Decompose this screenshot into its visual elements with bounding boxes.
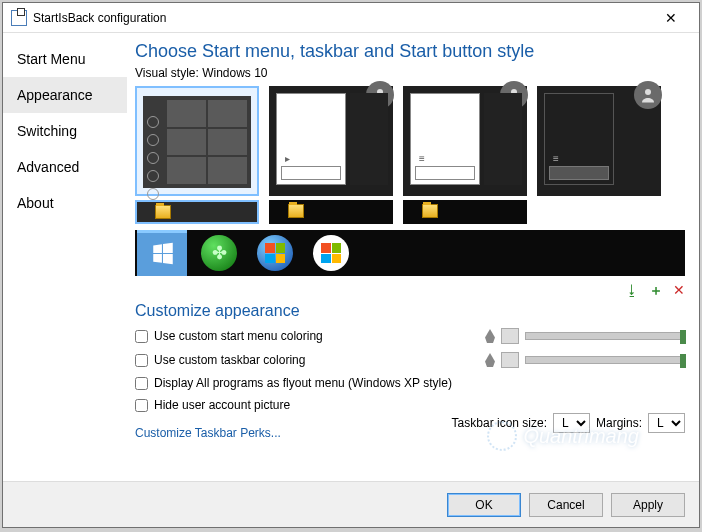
sidebar-item-switching[interactable]: Switching [3,113,127,149]
main-panel: Choose Start menu, taskbar and Start but… [127,33,699,481]
orb-colorful[interactable] [313,235,349,271]
orb-windows10[interactable] [145,235,181,271]
add-icon[interactable]: ＋ [649,282,663,300]
margins-label: Margins: [596,416,642,430]
eyedropper-icon[interactable] [485,329,495,343]
opacity-slider[interactable] [525,332,685,340]
style-thumb-windows10[interactable] [135,86,259,196]
sidebar-item-appearance[interactable]: Appearance [3,77,127,113]
checkbox-taskbar-color[interactable] [135,354,148,367]
taskbar-thumb-2[interactable] [269,200,393,224]
taskbar-icon-size-select[interactable]: L [553,413,590,433]
titlebar: StartIsBack configuration ✕ [3,3,699,33]
style-thumb-light1[interactable]: ▸ [269,86,393,196]
opt-taskbar-color: Use custom taskbar coloring [135,352,685,368]
taskbar-thumb-1[interactable] [135,200,259,224]
opt-start-menu-color: Use custom start menu coloring [135,328,685,344]
opt-flyout: Display All programs as flyout menu (Win… [135,376,685,390]
sidebar-item-advanced[interactable]: Advanced [3,149,127,185]
config-window: StartIsBack configuration ✕ Start Menu A… [2,2,700,528]
visual-style-label: Visual style: [135,66,199,80]
delete-icon[interactable]: ✕ [673,282,685,300]
folder-icon [422,204,438,218]
visual-style-row: Visual style: Windows 10 [135,66,685,80]
orb-clover[interactable]: ✤ [201,235,237,271]
sidebar: Start Menu Appearance Switching Advanced… [3,33,127,481]
app-icon [11,10,27,26]
eyedropper-icon[interactable] [485,353,495,367]
opt-hide-avatar: Hide user account picture [135,398,685,412]
close-button[interactable]: ✕ [651,10,691,26]
style-actions: ⭳ ＋ ✕ [135,282,685,300]
color-swatch[interactable] [501,328,519,344]
taskbar-thumb-3[interactable] [403,200,527,224]
footer: OK Cancel Apply [3,481,699,527]
opacity-slider[interactable] [525,356,685,364]
label-hide-avatar: Hide user account picture [154,398,290,412]
sidebar-item-startmenu[interactable]: Start Menu [3,41,127,77]
folder-icon [155,205,171,219]
label-taskbar-color: Use custom taskbar coloring [154,353,305,367]
style-thumb-light2[interactable]: ≡ [403,86,527,196]
margins-select[interactable]: L [648,413,685,433]
label-start-menu-color: Use custom start menu coloring [154,329,323,343]
taskbar-thumbnails [135,200,685,224]
start-button-row: ✤ [135,230,685,276]
checkbox-start-menu-color[interactable] [135,330,148,343]
sidebar-item-about[interactable]: About [3,185,127,221]
customize-heading: Customize appearance [135,302,685,320]
color-swatch[interactable] [501,352,519,368]
cancel-button[interactable]: Cancel [529,493,603,517]
folder-icon [288,204,304,218]
window-title: StartIsBack configuration [33,11,166,25]
ok-button[interactable]: OK [447,493,521,517]
checkbox-hide-avatar[interactable] [135,399,148,412]
checkbox-flyout[interactable] [135,377,148,390]
page-heading: Choose Start menu, taskbar and Start but… [135,41,685,62]
label-flyout: Display All programs as flyout menu (Win… [154,376,452,390]
taskbar-icon-size-label: Taskbar icon size: [452,416,547,430]
apply-button[interactable]: Apply [611,493,685,517]
orb-win7[interactable] [257,235,293,271]
style-thumbnails: ▸ ≡ ≡ [135,86,685,196]
customize-perks-link[interactable]: Customize Taskbar Perks... [135,426,281,440]
window-body: Start Menu Appearance Switching Advanced… [3,33,699,481]
bottom-controls: Taskbar icon size: L Margins: L [452,413,685,433]
avatar-icon [634,81,662,109]
style-thumb-dark[interactable]: ≡ [537,86,661,196]
download-icon[interactable]: ⭳ [625,282,639,300]
visual-style-value: Windows 10 [202,66,267,80]
svg-point-2 [645,89,651,95]
